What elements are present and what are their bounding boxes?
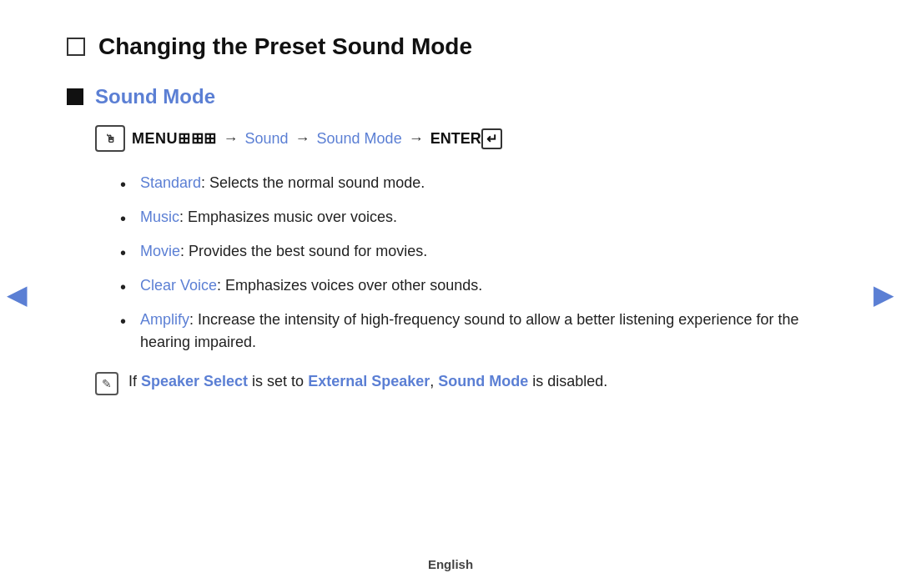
item-term-standard: Standard [140,174,201,191]
note-icon-glyph: ✎ [102,375,112,393]
item-term-movie: Movie [140,243,180,259]
note-external-speaker: External Speaker [308,373,430,389]
page-title-row: Changing the Preset Sound Mode [67,33,834,60]
menu-sound-link: Sound [245,130,289,148]
menu-path: 🖱 MENU⊞⊞⊞ → Sound → Sound Mode → ENTER↵ [95,125,834,152]
title-checkbox [67,38,85,56]
item-desc-standard: : Selects the normal sound mode. [201,174,425,191]
list-item: Amplify: Increase the intensity of high-… [117,309,834,354]
section-heading-block [67,88,83,105]
menu-arrow-2: → [295,130,310,148]
note-speaker-select: Speaker Select [141,373,248,389]
item-desc-clear-voice: : Emphasizes voices over other sounds. [217,277,482,294]
item-desc-movie: : Provides the best sound for movies. [180,243,427,259]
note-row: ✎ If Speaker Select is set to External S… [95,370,834,395]
menu-arrow-3: → [409,130,424,148]
list-item: Clear Voice: Emphasizes voices over othe… [117,274,834,297]
page-container: Changing the Preset Sound Mode Sound Mod… [0,0,901,429]
page-title: Changing the Preset Sound Mode [98,33,472,60]
item-desc-music: : Emphasizes music over voices. [179,209,397,225]
list-item: Music: Emphasizes music over voices. [117,206,834,229]
bullet-list: Standard: Selects the normal sound mode.… [117,172,834,354]
footer: English [428,557,473,571]
menu-icon: 🖱 [95,125,125,152]
note-text: If Speaker Select is set to External Spe… [128,370,607,393]
list-item: Movie: Provides the best sound for movie… [117,240,834,263]
enter-icon: ↵ [481,128,502,149]
note-suffix: is disabled. [528,373,607,389]
section-heading-row: Sound Mode [67,85,834,108]
item-term-music: Music [140,209,179,225]
note-prefix: If [128,373,141,389]
menu-icon-glyph: 🖱 [105,133,116,144]
section-heading-text: Sound Mode [95,85,215,108]
menu-sound-mode-link: Sound Mode [317,130,402,148]
note-icon: ✎ [95,372,118,395]
enter-label: ENTER↵ [430,128,502,149]
note-middle: is set to [248,373,308,389]
footer-label: English [428,557,473,571]
list-item: Standard: Selects the normal sound mode. [117,172,834,194]
item-term-clear-voice: Clear Voice [140,277,217,294]
menu-label: MENU⊞⊞⊞ [132,129,217,148]
item-desc-amplify: : Increase the intensity of high-frequen… [140,311,798,350]
item-term-amplify: Amplify [140,311,189,328]
menu-arrow-1: → [224,130,239,148]
note-sound-mode: Sound Mode [438,373,528,389]
